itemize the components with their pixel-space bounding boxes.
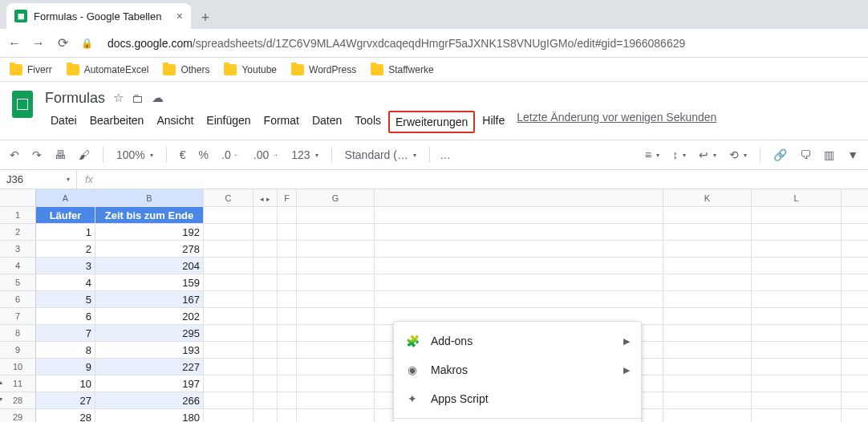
row-header[interactable]: 6: [0, 291, 36, 307]
cell[interactable]: [663, 241, 752, 257]
cell[interactable]: [278, 392, 297, 408]
undo-icon[interactable]: ↶: [6, 148, 22, 161]
address-bar[interactable]: docs.google.com/spreadsheets/d/1ZC6V9MLA…: [107, 37, 862, 50]
cell[interactable]: [204, 291, 254, 307]
cell[interactable]: [278, 241, 297, 257]
col-header-L[interactable]: L: [752, 189, 842, 206]
cell[interactable]: [663, 258, 752, 274]
col-header-K[interactable]: K: [663, 189, 752, 206]
col-header-G[interactable]: G: [297, 189, 375, 206]
cell[interactable]: 159: [95, 274, 204, 290]
browser-tab[interactable]: ▦ Formulas - Google Tabellen ×: [6, 3, 191, 29]
col-collapse-arrows[interactable]: ◂ ▸: [254, 189, 278, 206]
cell[interactable]: [663, 375, 752, 392]
number-format-button[interactable]: 123: [288, 148, 321, 161]
cell[interactable]: [375, 258, 663, 274]
redo-icon[interactable]: ↷: [29, 148, 45, 161]
cell[interactable]: [752, 375, 842, 392]
cell[interactable]: [278, 274, 297, 290]
print-icon[interactable]: 🖶: [51, 148, 69, 161]
cell[interactable]: [752, 325, 842, 341]
cell[interactable]: [297, 291, 375, 307]
cell[interactable]: [297, 409, 375, 422]
cell[interactable]: [375, 291, 663, 307]
bookmark-item[interactable]: WordPress: [291, 64, 356, 75]
row-header[interactable]: 11▴: [0, 375, 36, 392]
cell[interactable]: [752, 359, 842, 375]
cell[interactable]: 204: [95, 258, 204, 274]
dd-macros[interactable]: ◉ Makros ▶: [394, 355, 641, 384]
row-header[interactable]: 8: [0, 325, 36, 341]
cell[interactable]: [752, 409, 842, 422]
row-header[interactable]: 2: [0, 224, 36, 240]
menu-format[interactable]: Format: [258, 111, 305, 133]
reload-icon[interactable]: ⟳: [55, 35, 71, 51]
cell[interactable]: 180: [95, 409, 204, 422]
row-header[interactable]: 4: [0, 258, 36, 274]
cell[interactable]: [663, 224, 752, 240]
cell[interactable]: [752, 291, 842, 307]
row-header[interactable]: 1: [0, 207, 36, 223]
cell[interactable]: 3: [36, 258, 95, 274]
cell[interactable]: [204, 342, 254, 358]
cell[interactable]: 2: [36, 241, 95, 257]
cell[interactable]: [752, 241, 842, 257]
cell[interactable]: [752, 274, 842, 290]
cell[interactable]: [278, 375, 297, 392]
cell[interactable]: 193: [95, 342, 204, 358]
cell[interactable]: 192: [95, 224, 204, 240]
paint-format-icon[interactable]: 🖌: [75, 148, 93, 161]
bookmark-item[interactable]: Staffwerke: [371, 64, 433, 75]
cell[interactable]: [663, 274, 752, 290]
col-header-B[interactable]: B: [95, 189, 204, 206]
cell[interactable]: [297, 258, 375, 274]
new-tab-button[interactable]: +: [194, 6, 217, 29]
bookmark-item[interactable]: Fiverr: [10, 64, 52, 75]
cell[interactable]: 266: [95, 392, 204, 408]
close-tab-icon[interactable]: ×: [176, 10, 183, 22]
cell[interactable]: [254, 241, 278, 257]
select-all-corner[interactable]: [0, 189, 36, 206]
menu-erweiterungen[interactable]: Erweiterungen: [388, 111, 475, 133]
zoom-select[interactable]: 100%: [113, 148, 156, 161]
menu-tools[interactable]: Tools: [349, 111, 387, 133]
cell[interactable]: [254, 291, 278, 307]
cell[interactable]: [752, 258, 842, 274]
cell[interactable]: 278: [95, 241, 204, 257]
cell[interactable]: [278, 258, 297, 274]
cell[interactable]: Zeit bis zum Ende: [95, 207, 204, 223]
cell[interactable]: [663, 409, 752, 422]
cell[interactable]: 295: [95, 325, 204, 341]
bookmark-item[interactable]: Youtube: [224, 64, 277, 75]
cell[interactable]: [254, 258, 278, 274]
back-icon[interactable]: ←: [6, 35, 22, 51]
cell[interactable]: 28: [36, 409, 95, 422]
menu-hilfe[interactable]: Hilfe: [477, 111, 510, 133]
cell[interactable]: [278, 325, 297, 341]
inc-decimal-button[interactable]: .00→: [250, 148, 282, 161]
cell[interactable]: [204, 258, 254, 274]
cell[interactable]: [297, 207, 375, 223]
bookmark-item[interactable]: AutomateExcel: [67, 64, 149, 75]
cell[interactable]: [297, 392, 375, 408]
row-header[interactable]: 9: [0, 342, 36, 358]
sheets-logo[interactable]: [6, 88, 39, 120]
dd-apps-script[interactable]: ✦ Apps Script: [394, 384, 641, 413]
comment-icon[interactable]: 🗨: [797, 148, 814, 161]
cell[interactable]: [752, 342, 842, 358]
cell[interactable]: [254, 409, 278, 422]
cell[interactable]: [752, 207, 842, 223]
row-header[interactable]: 5: [0, 274, 36, 290]
menu-ansicht[interactable]: Ansicht: [151, 111, 199, 133]
cell[interactable]: [278, 409, 297, 422]
filter-icon[interactable]: ▼: [844, 148, 862, 161]
cell[interactable]: [663, 207, 752, 223]
cell[interactable]: [204, 224, 254, 240]
cell[interactable]: [752, 392, 842, 408]
col-header-F[interactable]: F: [278, 189, 297, 206]
wrap-icon[interactable]: ↩: [696, 148, 720, 161]
cell[interactable]: 227: [95, 359, 204, 375]
cell[interactable]: [254, 207, 278, 223]
cell[interactable]: [297, 274, 375, 290]
cell[interactable]: [204, 325, 254, 341]
